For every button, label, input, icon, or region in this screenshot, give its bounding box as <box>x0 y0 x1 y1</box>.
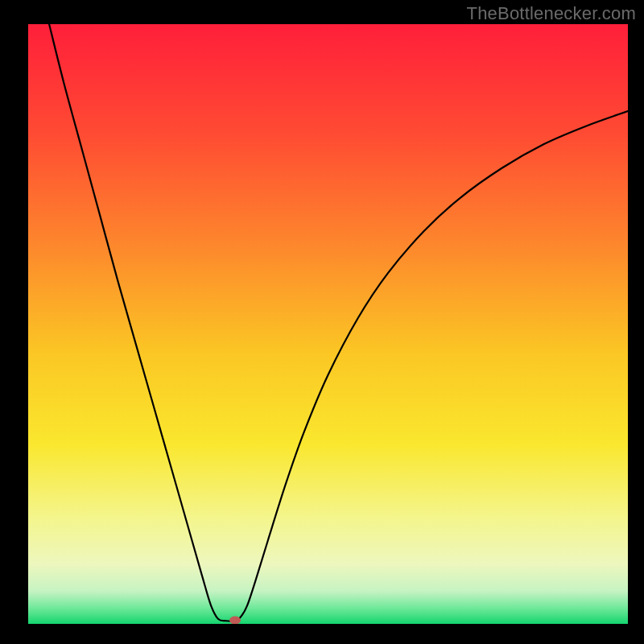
optimal-point-marker <box>229 617 241 625</box>
plot-background <box>28 24 628 624</box>
bottleneck-chart <box>0 0 644 644</box>
watermark-text: TheBottlenecker.com <box>467 3 636 24</box>
chart-frame: TheBottlenecker.com <box>0 0 644 644</box>
